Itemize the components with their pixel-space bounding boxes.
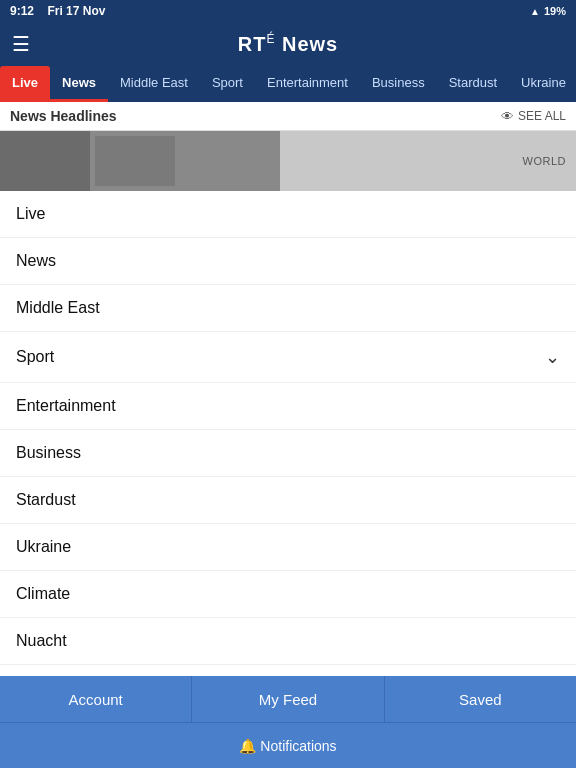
headlines-bar: News Headlines 👁 SEE ALL	[0, 102, 576, 131]
bottom-bar: Account My Feed Saved 🔔 Notifications	[0, 676, 576, 768]
svg-rect-3	[0, 131, 280, 191]
menu-item-label: Ukraine	[16, 538, 71, 556]
notifications-bar[interactable]: 🔔 Notifications	[0, 722, 576, 768]
menu-item-regional[interactable]: Regional	[0, 665, 576, 675]
menu-list: Live News Middle East Sport ⌄ Entertainm…	[0, 191, 576, 675]
menu-item-business[interactable]: Business	[0, 430, 576, 477]
logo-accent: É	[266, 32, 275, 46]
my-feed-button[interactable]: My Feed	[192, 676, 384, 722]
menu-item-entertainment[interactable]: Entertainment	[0, 383, 576, 430]
nav-tab-sport[interactable]: Sport	[200, 66, 255, 102]
bell-icon: 🔔	[239, 738, 256, 754]
status-time: 9:12	[10, 4, 34, 18]
status-indicators: 19%	[530, 4, 566, 18]
menu-item-label: Stardust	[16, 491, 76, 509]
menu-item-nuacht[interactable]: Nuacht	[0, 618, 576, 665]
wifi-icon	[530, 4, 540, 18]
menu-item-label: Live	[16, 205, 45, 223]
world-tag: WORLD	[523, 155, 566, 167]
menu-item-live[interactable]: Live	[0, 191, 576, 238]
menu-item-ukraine[interactable]: Ukraine	[0, 524, 576, 571]
nav-tab-middle-east[interactable]: Middle East	[108, 66, 200, 102]
headlines-title: News Headlines	[10, 108, 117, 124]
battery-indicator: 19%	[544, 5, 566, 17]
nav-tab-live[interactable]: Live	[0, 66, 50, 102]
image-strip[interactable]: WORLD	[0, 131, 576, 191]
bottom-buttons: Account My Feed Saved	[0, 676, 576, 722]
menu-item-middle-east[interactable]: Middle East	[0, 285, 576, 332]
status-time-date: 9:12 Fri 17 Nov	[10, 4, 105, 18]
menu-item-sport[interactable]: Sport ⌄	[0, 332, 576, 383]
see-all-label: SEE ALL	[518, 109, 566, 123]
chevron-down-icon: ⌄	[545, 346, 560, 368]
saved-button[interactable]: Saved	[385, 676, 576, 722]
nav-tab-business[interactable]: Business	[360, 66, 437, 102]
menu-item-news[interactable]: News	[0, 238, 576, 285]
app-logo: RTÉ News	[238, 32, 339, 56]
app-header: ☰ RTÉ News	[0, 22, 576, 66]
status-date: Fri 17 Nov	[47, 4, 105, 18]
account-button[interactable]: Account	[0, 676, 192, 722]
menu-item-label: Climate	[16, 585, 70, 603]
see-all-link[interactable]: 👁 SEE ALL	[501, 109, 566, 124]
menu-item-label: Sport	[16, 348, 54, 366]
notifications-label: Notifications	[260, 738, 336, 754]
menu-item-label: News	[16, 252, 56, 270]
thumbnail-svg	[0, 131, 280, 191]
nav-tab-entertainment[interactable]: Entertainment	[255, 66, 360, 102]
nav-tab-news[interactable]: News	[50, 66, 108, 102]
nav-tab-stardust[interactable]: Stardust	[437, 66, 509, 102]
nav-tabs: Live News Middle East Sport Entertainmen…	[0, 66, 576, 102]
menu-item-label: Nuacht	[16, 632, 67, 650]
menu-item-label: Entertainment	[16, 397, 116, 415]
menu-icon[interactable]: ☰	[12, 32, 30, 56]
news-thumbnail	[0, 131, 280, 191]
status-bar: 9:12 Fri 17 Nov 19%	[0, 0, 576, 22]
menu-item-stardust[interactable]: Stardust	[0, 477, 576, 524]
menu-item-climate[interactable]: Climate	[0, 571, 576, 618]
menu-item-label: Middle East	[16, 299, 100, 317]
menu-item-label: Business	[16, 444, 81, 462]
eye-icon: 👁	[501, 109, 514, 124]
nav-tab-ukraine[interactable]: Ukraine	[509, 66, 576, 102]
